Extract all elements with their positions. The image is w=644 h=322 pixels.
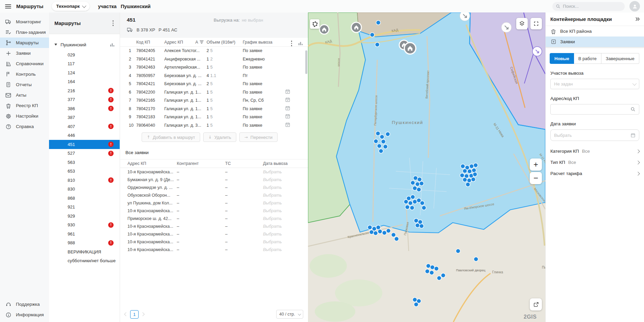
- container-point[interactable]: [437, 276, 442, 280]
- request-row[interactable]: 10-я Красноармейска... – – Выбрать: [120, 238, 308, 246]
- route-item-988[interactable]: 988!: [49, 239, 120, 248]
- container-point[interactable]: [413, 200, 417, 204]
- route-item-субботники/нет больше[interactable]: субботники/нет больше: [49, 256, 120, 266]
- route-item-387[interactable]: 387: [49, 113, 120, 122]
- container-point[interactable]: [370, 33, 375, 37]
- tab-В работе[interactable]: В работе: [574, 53, 601, 64]
- container-point[interactable]: [380, 135, 384, 139]
- action-Перенести[interactable]: →Перенести: [239, 132, 278, 142]
- container-point[interactable]: [405, 205, 410, 209]
- route-item-563[interactable]: 563: [49, 158, 120, 167]
- request-date-pick[interactable]: Выбрать: [263, 193, 304, 198]
- container-point[interactable]: [418, 177, 422, 182]
- global-search[interactable]: [552, 2, 625, 11]
- sidebar-item-mail[interactable]: Акты: [0, 90, 49, 100]
- request-date-pick[interactable]: Выбрать: [263, 185, 304, 190]
- route-item-961[interactable]: 961: [49, 229, 120, 239]
- route-item-929[interactable]: 929: [49, 212, 120, 221]
- filter-Тип КП[interactable]: Тип КПВсе: [546, 157, 644, 168]
- scrollbar-thumb[interactable]: [305, 50, 307, 74]
- calendar-check-icon[interactable]: [285, 97, 290, 102]
- search-icon[interactable]: [630, 107, 636, 112]
- request-row[interactable]: 10-я Красноармейска... – – Выбрать: [120, 246, 308, 253]
- container-point[interactable]: [430, 265, 435, 270]
- request-date-pick[interactable]: Выбрать: [263, 216, 304, 221]
- container-point[interactable]: [413, 186, 417, 191]
- container-point[interactable]: [376, 21, 381, 25]
- container-point[interactable]: [408, 201, 413, 205]
- route-item-117[interactable]: 117: [49, 59, 120, 69]
- calendar-check-icon[interactable]: [285, 89, 290, 94]
- kp-table-row[interactable]: 1 78042405 Алексея Толстог... 25 По заяв…: [120, 47, 308, 55]
- route-item-216[interactable]: 216!: [49, 86, 120, 95]
- sidebar-item-report[interactable]: Отчеты: [0, 79, 49, 90]
- request-date-pick[interactable]: Выбрать: [263, 247, 304, 252]
- table-chart-icon[interactable]: [298, 41, 303, 46]
- org-selector[interactable]: Технопарк: [52, 2, 89, 11]
- container-point[interactable]: [376, 225, 381, 230]
- container-point[interactable]: [378, 229, 382, 234]
- col-req-tc[interactable]: ТС: [225, 161, 263, 166]
- container-point[interactable]: [374, 231, 378, 236]
- request-date-pick[interactable]: Выбрать: [263, 224, 304, 229]
- container-point[interactable]: [375, 43, 380, 47]
- col-req-date[interactable]: Дата вывоза: [263, 161, 304, 166]
- page-prev-icon[interactable]: [124, 312, 128, 316]
- map[interactable]: КАДКАДшоссеПетербургское шоссеВитебский …: [308, 13, 545, 322]
- container-point[interactable]: [374, 139, 378, 144]
- layers-button[interactable]: [516, 18, 528, 29]
- col-address[interactable]: Адрес КП: [164, 40, 183, 45]
- rp-nav-Все КП района[interactable]: Все КП района: [546, 26, 644, 36]
- tab-Новые[interactable]: Новые: [550, 53, 574, 64]
- container-point[interactable]: [415, 223, 420, 228]
- sidebar-item-gear[interactable]: Настройки: [0, 111, 49, 121]
- container-point[interactable]: [414, 219, 419, 223]
- request-row[interactable]: 10-я Красноармейска... – – Выбрать: [120, 168, 308, 176]
- request-date-pick[interactable]: Выбрать: [263, 170, 304, 174]
- route-item-407[interactable]: 407!: [49, 122, 120, 131]
- action-Удалить[interactable]: ↓Удалить: [203, 132, 236, 142]
- kp-table-row[interactable]: 4 78050957 Березовая ул. д. ... 41.1 Пт: [120, 72, 308, 80]
- request-row[interactable]: Орджоникидзе ул. д. ... – – Выбрать: [120, 183, 308, 191]
- polygon-select-button[interactable]: [310, 19, 319, 29]
- col-req-address[interactable]: Адрес КП: [127, 161, 177, 166]
- route-item-446[interactable]: 446: [49, 131, 120, 140]
- sidebar-item-support[interactable]: Поддержка: [0, 299, 49, 309]
- kp-table-row[interactable]: 5 78042421 Березовая ул. д. ... 25 По за…: [120, 80, 308, 88]
- calendar-check-icon[interactable]: [285, 122, 290, 127]
- container-point[interactable]: [420, 181, 424, 186]
- container-point[interactable]: [413, 176, 418, 180]
- container-point[interactable]: [460, 173, 464, 178]
- container-point[interactable]: [471, 177, 476, 182]
- request-date-pick[interactable]: Выбрать: [263, 232, 304, 237]
- sidebar-item-library[interactable]: Справочники: [0, 58, 49, 69]
- request-row[interactable]: 10-я Красноармейска... – – Выбрать: [120, 222, 308, 230]
- col-volume[interactable]: Объем (816м³): [207, 40, 243, 45]
- route-item-ВЕРИФИКАЦИЯ[interactable]: ВЕРИФИКАЦИЯ: [49, 247, 120, 256]
- route-item-124[interactable]: 124: [49, 68, 120, 77]
- container-point[interactable]: [410, 206, 414, 210]
- col-req-contragent[interactable]: Контрагент: [177, 161, 225, 166]
- route-group-pushkinsky[interactable]: Пушкинский: [49, 39, 120, 50]
- route-item-527[interactable]: 527!: [49, 149, 120, 158]
- container-point[interactable]: [441, 273, 446, 278]
- avatar[interactable]: [629, 1, 640, 11]
- sort-control[interactable]: А: [195, 40, 204, 45]
- sidebar-item-info[interactable]: Информация: [0, 309, 49, 320]
- address-input[interactable]: [554, 107, 630, 112]
- container-point[interactable]: [376, 131, 380, 136]
- container-point[interactable]: [422, 206, 426, 210]
- kp-table-row[interactable]: 3 78042463 Артиллерийская... 15 По заявк…: [120, 63, 308, 72]
- uchastok-select[interactable]: Не задан: [550, 79, 639, 89]
- container-point[interactable]: [379, 149, 383, 153]
- search-input[interactable]: [563, 4, 617, 9]
- date-input[interactable]: [554, 133, 630, 138]
- action-Добавить в маршрут[interactable]: ↑Добавить в маршрут: [142, 132, 200, 142]
- container-point[interactable]: [463, 169, 467, 173]
- container-point[interactable]: [369, 230, 374, 234]
- container-point[interactable]: [404, 200, 408, 204]
- container-point[interactable]: [470, 164, 474, 169]
- kebab-menu-icon[interactable]: [111, 19, 115, 27]
- route-item-377[interactable]: 377!: [49, 95, 120, 104]
- col-code[interactable]: Код КП: [136, 40, 164, 45]
